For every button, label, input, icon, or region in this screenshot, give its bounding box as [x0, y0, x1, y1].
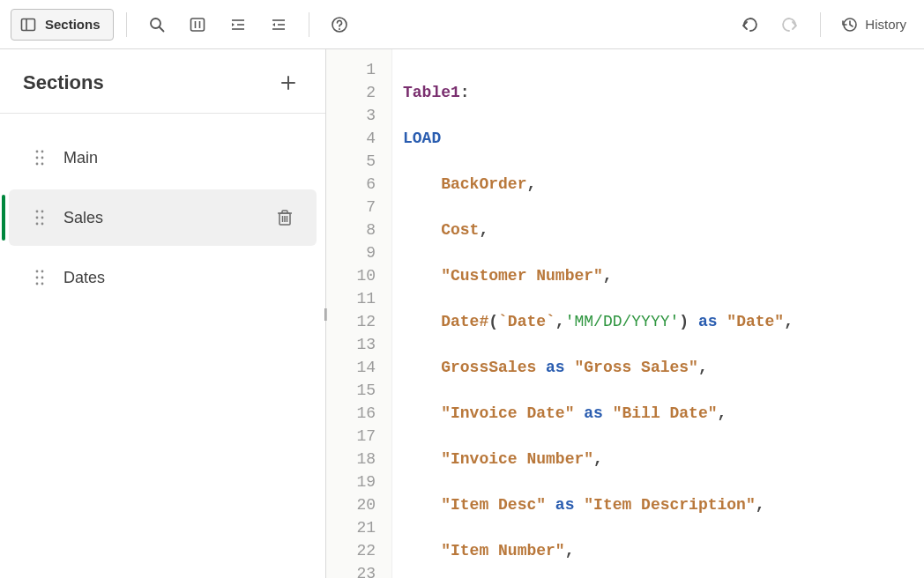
help-button[interactable] — [322, 9, 357, 41]
line-number: 20 — [326, 493, 391, 516]
svg-point-18 — [36, 151, 39, 153]
sections-toggle-label: Sections — [45, 17, 101, 32]
panel-icon — [20, 17, 36, 33]
line-number: 21 — [326, 516, 391, 539]
section-label: Sales — [63, 209, 253, 227]
redo-button[interactable] — [772, 9, 808, 41]
sections-toggle-button[interactable]: Sections — [11, 9, 114, 41]
add-section-button[interactable] — [274, 69, 302, 97]
svg-point-37 — [36, 277, 39, 279]
toolbar-separator — [309, 12, 309, 37]
line-number: 12 — [326, 310, 391, 333]
line-number: 16 — [326, 402, 391, 425]
code-area[interactable]: Table1: LOAD BackOrder, Cost, "Customer … — [392, 49, 924, 578]
history-button[interactable]: History — [833, 9, 913, 41]
indent-button[interactable] — [220, 9, 256, 41]
line-number: 19 — [326, 471, 391, 493]
line-number: 10 — [326, 264, 391, 287]
drag-handle-icon[interactable] — [35, 210, 44, 226]
svg-point-39 — [36, 283, 39, 285]
svg-point-27 — [41, 217, 44, 219]
svg-rect-0 — [22, 19, 35, 30]
history-label: History — [865, 17, 906, 32]
svg-point-19 — [41, 151, 44, 153]
drag-handle-icon[interactable] — [35, 270, 44, 285]
plus-icon — [279, 74, 297, 92]
section-list: Main Sales Dates — [0, 114, 325, 309]
svg-point-35 — [36, 270, 39, 273]
outdent-icon — [270, 16, 287, 33]
svg-point-22 — [36, 163, 39, 166]
undo-icon — [740, 16, 759, 33]
line-number: 3 — [326, 104, 391, 127]
sections-sidebar: Sections Main Sales — [0, 49, 326, 578]
svg-point-21 — [41, 157, 44, 159]
svg-point-28 — [36, 223, 39, 226]
undo-button[interactable] — [732, 9, 767, 41]
line-number: 22 — [326, 539, 391, 562]
toolbar-separator — [126, 12, 127, 37]
sections-title: Sections — [23, 71, 104, 94]
redo-icon — [780, 16, 800, 33]
section-item-dates[interactable]: Dates — [9, 249, 317, 306]
svg-point-14 — [339, 28, 340, 30]
comment-icon — [189, 16, 206, 33]
svg-point-25 — [41, 211, 44, 213]
trash-icon — [277, 209, 293, 226]
search-button[interactable] — [139, 9, 175, 41]
toolbar: Sections History — [0, 0, 924, 49]
svg-line-3 — [160, 27, 164, 32]
line-number: 14 — [326, 356, 391, 379]
line-number: 17 — [326, 425, 391, 448]
svg-point-20 — [36, 157, 39, 159]
line-number: 5 — [326, 150, 391, 173]
line-number: 18 — [326, 448, 391, 471]
line-number: 7 — [326, 196, 391, 219]
line-number: 8 — [326, 219, 391, 241]
line-number: 9 — [326, 241, 391, 264]
help-icon — [331, 16, 348, 33]
line-number: 23 — [326, 562, 391, 578]
line-number: 4 — [326, 127, 391, 150]
svg-rect-4 — [190, 19, 204, 31]
svg-point-36 — [41, 270, 44, 273]
outdent-button[interactable] — [261, 9, 296, 41]
section-item-sales[interactable]: Sales — [9, 189, 317, 246]
delete-section-button[interactable] — [272, 205, 297, 230]
svg-point-24 — [36, 211, 39, 213]
resize-handle-icon[interactable]: || — [324, 307, 326, 321]
line-number: 11 — [326, 287, 391, 310]
comment-button[interactable] — [180, 9, 215, 41]
script-editor[interactable]: 1234567891011121314151617181920212223 Ta… — [326, 49, 924, 578]
line-number: 6 — [326, 173, 391, 196]
svg-point-40 — [41, 283, 44, 285]
line-number: 2 — [326, 81, 391, 104]
section-label: Main — [63, 149, 297, 167]
line-number: 13 — [326, 333, 391, 356]
indent-icon — [229, 16, 247, 33]
line-number: 1 — [326, 58, 391, 81]
drag-handle-icon[interactable] — [35, 150, 44, 166]
svg-point-23 — [41, 163, 44, 166]
history-icon — [840, 16, 858, 33]
svg-point-38 — [41, 277, 44, 279]
svg-point-26 — [36, 217, 39, 219]
line-number-gutter: 1234567891011121314151617181920212223 — [326, 49, 392, 578]
line-number: 15 — [326, 379, 391, 402]
search-icon — [148, 16, 166, 33]
svg-point-29 — [41, 223, 44, 226]
toolbar-separator — [820, 12, 821, 37]
section-label: Dates — [63, 269, 297, 287]
section-item-main[interactable]: Main — [9, 130, 317, 186]
svg-point-2 — [151, 19, 160, 28]
